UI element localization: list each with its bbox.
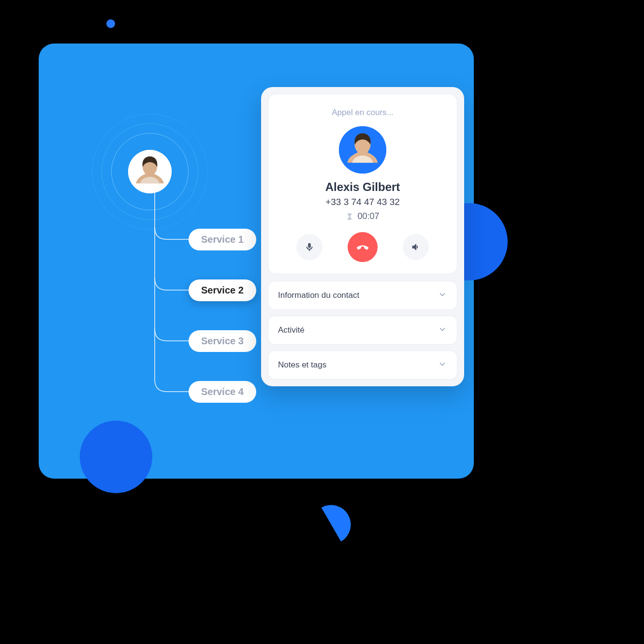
speaker-button[interactable] (403, 234, 429, 260)
service-pill-2[interactable]: Service 2 (189, 279, 256, 301)
service-label: Service 2 (201, 285, 244, 295)
call-status-label: Appel en cours... (278, 108, 447, 117)
accordion-label: Notes et tags (278, 360, 326, 370)
hangup-button[interactable] (348, 232, 378, 262)
decorative-circle-bottom (80, 421, 152, 493)
service-pill-4[interactable]: Service 4 (189, 381, 256, 403)
hourglass-icon (346, 213, 353, 220)
mute-button[interactable] (296, 234, 322, 260)
accordion-contact-info[interactable]: Information du contact (268, 281, 457, 310)
accordion-notes-tags[interactable]: Notes et tags (268, 351, 457, 380)
service-label: Service 3 (201, 336, 244, 346)
decorative-half-circle (309, 503, 353, 546)
phone-hangup-icon (356, 240, 369, 254)
service-pill-3[interactable]: Service 3 (189, 330, 256, 352)
caller-phone: +33 3 74 47 43 32 (278, 197, 447, 207)
call-duration: 00:07 (357, 211, 379, 221)
caller-name: Alexis Gilbert (278, 180, 447, 194)
call-panel: Appel en cours... Alexis Gilbert +33 3 7… (261, 87, 464, 386)
service-label: Service 1 (201, 234, 244, 245)
caller-avatar-large (339, 126, 386, 174)
accordion-label: Information du contact (278, 291, 359, 300)
call-timer: 00:07 (278, 211, 447, 221)
decorative-dot (106, 19, 115, 28)
call-summary: Appel en cours... Alexis Gilbert +33 3 7… (268, 94, 457, 274)
accordion-activity[interactable]: Activité (268, 316, 457, 345)
service-label: Service 4 (201, 386, 244, 397)
accordion-label: Activité (278, 325, 305, 335)
chevron-down-icon (438, 359, 447, 371)
speaker-icon (410, 242, 421, 252)
chevron-down-icon (438, 324, 447, 336)
service-pill-1[interactable]: Service 1 (189, 229, 256, 250)
accordion-list: Information du contact Activité Notes et… (268, 281, 457, 380)
call-controls (278, 232, 447, 262)
microphone-icon (304, 242, 315, 252)
caller-avatar-small (128, 150, 172, 193)
chevron-down-icon (438, 290, 447, 301)
